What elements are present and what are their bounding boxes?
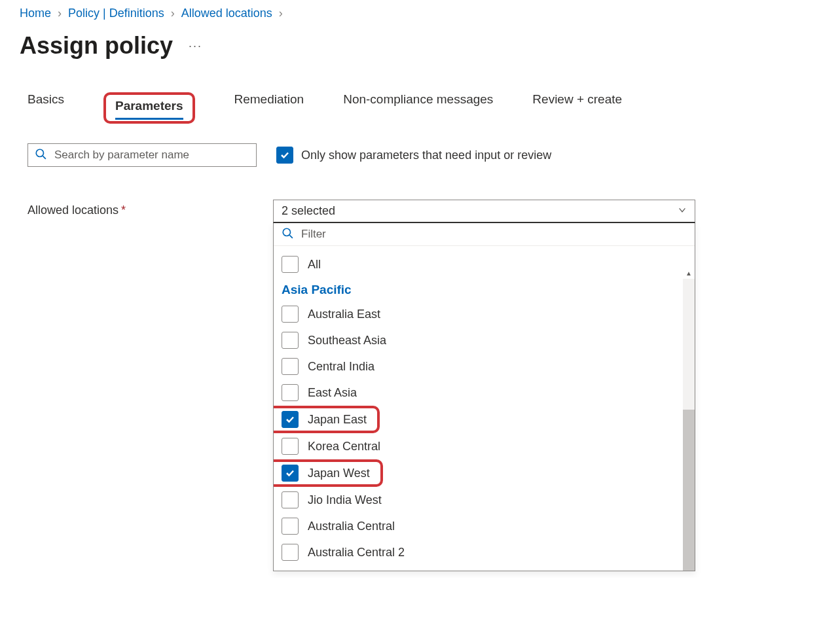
breadcrumb-home[interactable]: Home	[20, 7, 51, 20]
option-checkbox[interactable]	[282, 465, 299, 482]
filter-checkbox[interactable]	[276, 147, 293, 164]
option-label: Japan West	[308, 467, 370, 480]
param-label: Allowed locations*	[27, 200, 273, 217]
option-row[interactable]: Korea Central	[274, 433, 695, 459]
option-row[interactable]: Japan East	[274, 406, 380, 433]
param-row: Allowed locations* 2 selected	[27, 200, 820, 571]
chevron-right-icon: ›	[58, 7, 62, 20]
option-label: Australia Central	[308, 520, 395, 533]
option-row[interactable]: Australia East	[274, 301, 695, 327]
tab-parameters[interactable]: Parameters	[115, 99, 183, 118]
search-input[interactable]	[54, 149, 249, 162]
option-all-label: All	[308, 258, 321, 272]
tab-review-create[interactable]: Review + create	[532, 92, 622, 124]
tab-parameters-highlight: Parameters	[103, 92, 195, 124]
option-label: East Asia	[308, 386, 357, 400]
search-icon	[35, 148, 46, 162]
tabs: Basics Parameters Remediation Non-compli…	[27, 92, 820, 124]
filter-checkbox-label: Only show parameters that need input or …	[301, 149, 551, 162]
svg-line-1	[43, 156, 46, 159]
option-label: Korea Central	[308, 440, 380, 453]
breadcrumb-allowed-locations[interactable]: Allowed locations	[181, 7, 272, 20]
svg-line-3	[289, 235, 293, 238]
chevron-right-icon: ›	[279, 7, 283, 20]
option-checkbox[interactable]	[282, 332, 299, 349]
option-label: Southeast Asia	[308, 334, 386, 347]
more-actions-button[interactable]: ···	[189, 39, 202, 53]
option-all-checkbox[interactable]	[282, 256, 299, 273]
breadcrumb: Home › Policy | Definitions › Allowed lo…	[20, 7, 820, 20]
option-label: Australia Central 2	[308, 546, 405, 559]
option-row[interactable]: Central India	[274, 353, 695, 380]
options-scroll: All Asia Pacific Australia EastSoutheast…	[274, 246, 695, 571]
page-title-row: Assign policy ···	[20, 32, 820, 60]
chevron-right-icon: ›	[171, 7, 175, 20]
group-asia-pacific: Asia Pacific	[274, 277, 695, 301]
required-asterisk: *	[121, 204, 126, 217]
tab-basics[interactable]: Basics	[27, 92, 64, 124]
filter-checkbox-row[interactable]: Only show parameters that need input or …	[276, 147, 551, 164]
option-checkbox[interactable]	[282, 306, 299, 323]
dropdown-selected[interactable]: 2 selected	[273, 200, 695, 223]
svg-point-0	[36, 149, 43, 156]
search-row: Only show parameters that need input or …	[27, 143, 820, 167]
tab-non-compliance-messages[interactable]: Non-compliance messages	[343, 92, 493, 124]
dropdown-filter-box[interactable]	[274, 223, 695, 246]
allowed-locations-dropdown: 2 selected	[273, 200, 695, 571]
scrollbar-thumb[interactable]	[683, 410, 695, 571]
scrollbar[interactable]: ▲	[683, 279, 695, 551]
option-row[interactable]: East Asia	[274, 380, 695, 406]
option-checkbox[interactable]	[282, 518, 299, 535]
option-label: Australia East	[308, 308, 380, 321]
option-checkbox[interactable]	[282, 491, 299, 508]
option-row[interactable]: Southeast Asia	[274, 327, 695, 353]
option-row[interactable]: Jio India West	[274, 487, 695, 513]
option-checkbox[interactable]	[282, 438, 299, 455]
option-checkbox[interactable]	[282, 411, 299, 428]
option-row[interactable]: Japan West	[274, 459, 383, 487]
tab-remediation[interactable]: Remediation	[234, 92, 304, 124]
dropdown-panel: All Asia Pacific Australia EastSoutheast…	[273, 223, 695, 571]
breadcrumb-policy-definitions[interactable]: Policy | Definitions	[68, 7, 164, 20]
search-icon	[282, 227, 293, 241]
scroll-up-arrow-icon[interactable]: ▲	[683, 270, 695, 277]
option-checkbox[interactable]	[282, 384, 299, 401]
option-row[interactable]: Australia Central 2	[274, 539, 695, 565]
search-box[interactable]	[27, 143, 257, 167]
option-label: Central India	[308, 360, 374, 374]
svg-point-2	[283, 228, 290, 236]
page-title: Assign policy	[20, 32, 173, 60]
option-checkbox[interactable]	[282, 358, 299, 375]
options-list: All Asia Pacific Australia EastSoutheast…	[274, 246, 695, 571]
chevron-down-icon	[678, 204, 687, 218]
dropdown-selected-text: 2 selected	[282, 204, 335, 218]
option-checkbox[interactable]	[282, 544, 299, 561]
param-label-text: Allowed locations	[27, 204, 119, 217]
option-label: Japan East	[308, 413, 367, 427]
option-row[interactable]: Australia Central	[274, 513, 695, 539]
option-all[interactable]: All	[274, 251, 695, 277]
option-label: Jio India West	[308, 493, 382, 507]
dropdown-filter-input[interactable]	[301, 228, 687, 241]
